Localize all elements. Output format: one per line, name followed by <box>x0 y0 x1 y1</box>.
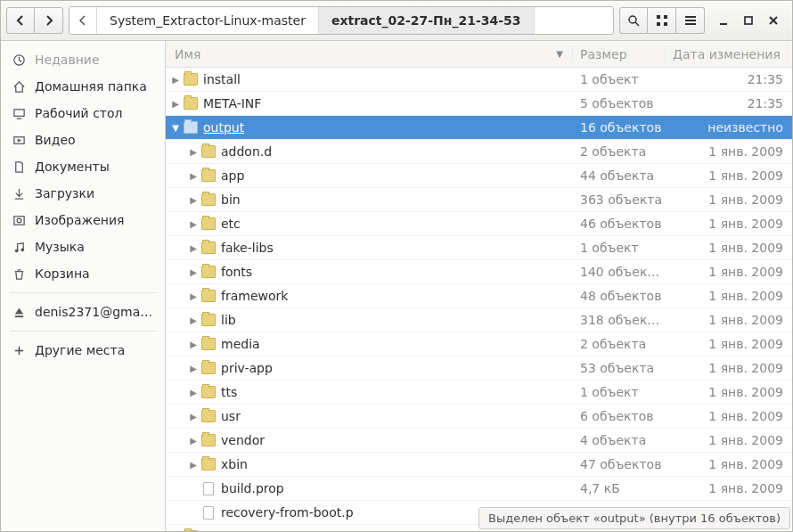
file-row[interactable]: ▶usr6 объектов1 янв. 2009 <box>166 405 792 429</box>
home-icon <box>12 79 26 94</box>
path-segment-label: System_Extractor-Linux-master <box>110 13 306 28</box>
file-row[interactable]: ▶xbin47 объектов1 янв. 2009 <box>166 453 792 477</box>
nav-buttons <box>6 7 63 34</box>
expander-icon[interactable]: ▶ <box>187 340 200 349</box>
file-row[interactable]: ▶tts1 объект1 янв. 2009 <box>166 381 792 405</box>
file-name: xbin <box>221 457 248 471</box>
file-row[interactable]: ▶fonts140 объектов1 янв. 2009 <box>166 260 792 284</box>
close-button[interactable] <box>767 14 780 27</box>
file-row[interactable]: ▶priv-app53 объекта1 янв. 2009 <box>166 356 792 381</box>
file-row-name-cell: ▶app <box>166 168 573 183</box>
file-date: неизвестно <box>666 120 792 135</box>
expander-icon[interactable]: ▼ <box>169 123 182 133</box>
sidebar-item-label: Недавние <box>35 53 154 67</box>
sidebar-item-label: Музыка <box>35 240 154 254</box>
expander-icon[interactable]: ▶ <box>187 243 200 253</box>
file-size: 4,7 кБ <box>573 481 666 495</box>
expander-icon[interactable]: ▶ <box>169 75 182 85</box>
sidebar-item[interactable]: Загрузки <box>1 180 165 207</box>
expander-icon[interactable]: ▶ <box>187 460 200 470</box>
svg-point-19 <box>14 249 18 252</box>
expander-icon[interactable]: ▶ <box>187 171 200 181</box>
svg-rect-2 <box>657 15 660 19</box>
expander-icon[interactable]: ▶ <box>187 412 200 422</box>
folder-icon <box>201 362 216 374</box>
file-name: etc <box>221 217 241 231</box>
file-size: 44 объекта <box>573 168 666 183</box>
file-name: addon.d <box>221 144 272 159</box>
col-date-header[interactable]: Дата изменения <box>666 47 792 61</box>
file-icon <box>203 482 214 495</box>
file-row[interactable]: ▶addon.d2 объекта1 янв. 2009 <box>166 140 792 164</box>
expander-icon[interactable]: ▶ <box>187 147 200 157</box>
maximize-button[interactable] <box>742 14 755 27</box>
expander-icon[interactable]: ▶ <box>187 219 200 229</box>
file-row-name-cell: ▶media <box>166 337 573 351</box>
file-row[interactable]: ▶media2 объекта1 янв. 2009 <box>166 332 792 356</box>
file-name: bin <box>221 192 241 207</box>
file-row[interactable]: ▶vendor4 объекта1 янв. 2009 <box>166 429 792 453</box>
expander-icon[interactable]: ▶ <box>187 195 200 205</box>
file-list[interactable]: ▶install1 объект21:35▶META-INF5 объектов… <box>166 68 792 531</box>
expander-icon[interactable]: ▶ <box>187 436 200 446</box>
file-row[interactable]: ▶lib318 объектов1 янв. 2009 <box>166 308 792 332</box>
sidebar-separator <box>10 292 156 293</box>
expander-icon[interactable]: ▶ <box>187 388 200 397</box>
sidebar-item[interactable]: Изображения <box>1 207 165 233</box>
sidebar-item[interactable]: denis2371@gmail.… <box>1 299 165 325</box>
file-row[interactable]: ▶bin363 объекта1 янв. 2009 <box>166 188 792 212</box>
sidebar-item[interactable]: Документы <box>1 153 165 180</box>
forward-button[interactable] <box>35 7 63 34</box>
file-row[interactable]: ▶framework48 объектов1 янв. 2009 <box>166 284 792 308</box>
file-row[interactable]: ▶app44 объекта1 янв. 2009 <box>166 164 792 188</box>
sidebar-item[interactable]: Рабочий стол <box>1 100 165 127</box>
minimize-button[interactable] <box>717 14 730 27</box>
expander-icon[interactable]: ▶ <box>169 99 182 109</box>
sidebar-item[interactable]: Домашняя папка <box>1 73 165 100</box>
path-segment[interactable]: System_Extractor-Linux-master <box>97 7 319 34</box>
sidebar-item[interactable]: Корзина <box>1 260 165 287</box>
file-date: 1 янв. 2009 <box>666 337 792 351</box>
sidebar-item-label: Рабочий стол <box>35 106 154 120</box>
expander-icon[interactable]: ▶ <box>187 267 200 277</box>
sidebar-item[interactable]: Другие места <box>1 337 165 364</box>
sidebar-item[interactable]: Недавние <box>1 46 165 73</box>
clock-icon <box>12 53 26 67</box>
file-row[interactable]: ▶install1 объект21:35 <box>166 68 792 92</box>
folder-icon <box>201 386 216 398</box>
back-button[interactable] <box>6 7 35 34</box>
file-row[interactable]: ▶etc46 объектов1 янв. 2009 <box>166 212 792 236</box>
file-row[interactable]: ▶META-INF5 объектов21:35 <box>166 92 792 116</box>
file-row-name-cell: ▶usr <box>166 409 573 423</box>
folder-icon <box>201 434 216 446</box>
col-name-header[interactable]: Имя ▼ <box>166 47 573 61</box>
file-row[interactable]: build.prop4,7 кБ1 янв. 2009 <box>166 477 792 501</box>
file-row-name-cell: build.prop <box>166 481 573 495</box>
file-name: recovery-from-boot.p <box>221 505 354 520</box>
file-size: 1 объект <box>573 385 666 399</box>
list-view-button[interactable] <box>676 7 705 34</box>
plus-icon <box>12 343 26 357</box>
file-row[interactable]: ▶fake-libs1 объект1 янв. 2009 <box>166 236 792 260</box>
svg-line-1 <box>635 22 639 26</box>
icon-view-button[interactable] <box>648 7 676 34</box>
eject-icon <box>12 305 26 319</box>
pictures-icon <box>12 213 26 227</box>
file-row-name-cell: ▶etc <box>166 217 573 231</box>
expander-icon[interactable]: ▶ <box>187 291 200 301</box>
folder-icon <box>201 217 216 230</box>
path-segment[interactable]: extract_02-27-Пн_21-34-53 <box>319 7 535 34</box>
path-overflow-chevron-icon[interactable] <box>535 7 560 34</box>
path-root-icon[interactable] <box>69 7 97 34</box>
file-row-name-cell: ▶META-INF <box>166 96 573 110</box>
sidebar-item[interactable]: Видео <box>1 127 165 153</box>
col-size-header[interactable]: Размер <box>573 47 666 61</box>
sidebar-item-label: Домашняя папка <box>35 79 154 94</box>
search-button[interactable] <box>619 7 648 34</box>
download-icon <box>12 186 26 201</box>
expander-icon[interactable]: ▶ <box>187 364 200 373</box>
file-size: 318 объектов <box>573 313 666 327</box>
file-row[interactable]: ▼output16 объектовнеизвестно <box>166 116 792 140</box>
sidebar-item[interactable]: Музыка <box>1 233 165 260</box>
expander-icon[interactable]: ▶ <box>187 315 200 325</box>
